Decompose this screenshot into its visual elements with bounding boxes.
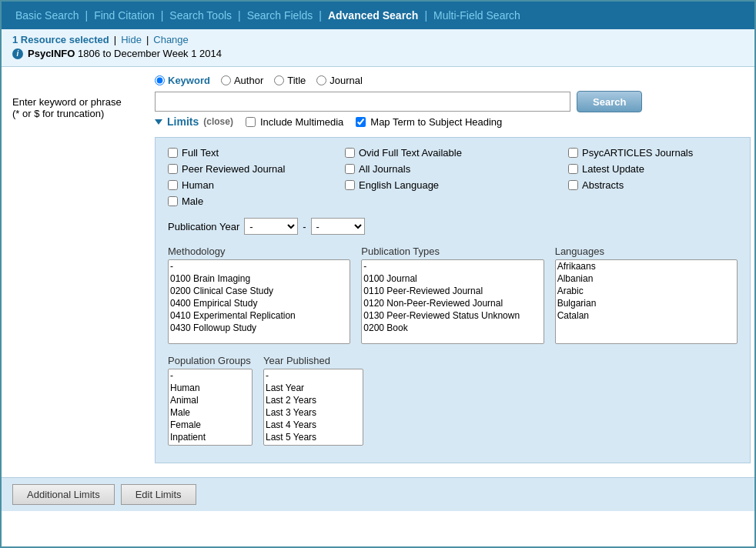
radio-author[interactable]: Author (221, 75, 263, 86)
psyc-date-text: 1806 to December Week 1 2014 (78, 48, 222, 59)
limits-title: Limits (close) (155, 115, 233, 128)
nav-basic-search[interactable]: Basic Search (9, 8, 85, 23)
info-icon: i (12, 48, 23, 59)
methodology-select[interactable]: - 0100 Brain Imaging 0200 Clinical Case … (168, 259, 350, 344)
year-published-section: Year Published - Last Year Last 2 Years … (263, 355, 363, 446)
search-row: Enter keyword or phrase (* or $ for trun… (12, 75, 744, 463)
publication-types-select[interactable]: - 0100 Journal 0110 Peer-Reviewed Journa… (361, 259, 544, 344)
include-multimedia-label[interactable]: Include Multimedia (260, 116, 343, 128)
map-term-checkbox[interactable] (356, 117, 366, 127)
checkbox-latest-update: Latest Update (568, 163, 738, 175)
nav-bar: Basic Search | Find Citation | Search To… (2, 2, 754, 29)
search-label-line1: Enter keyword or phrase (12, 96, 147, 108)
methodology-label: Methodology (168, 246, 350, 257)
map-term-label[interactable]: Map Term to Subject Heading (370, 116, 502, 128)
limits-header: Limits (close) Include Multimedia Map Te… (155, 112, 751, 131)
checkboxes-grid: Full Text Ovid Full Text Available PsycA… (168, 147, 738, 207)
languages-label: Languages (555, 246, 738, 257)
checkbox-all-journals: All Journals (345, 163, 560, 175)
radio-keyword[interactable]: Keyword (155, 75, 210, 86)
nav-advanced-search[interactable]: Advanced Search (322, 8, 425, 23)
pub-year-label: Publication Year (168, 221, 239, 232)
languages-section: Languages Afrikaans Albanian Arabic Bulg… (555, 246, 738, 344)
change-link[interactable]: Change (153, 34, 189, 45)
main-content: Enter keyword or phrase (* or $ for trun… (2, 67, 754, 477)
include-multimedia-group: Include Multimedia (246, 116, 343, 128)
nav-search-fields[interactable]: Search Fields (241, 8, 319, 23)
radio-journal[interactable]: Journal (316, 75, 363, 86)
triangle-down-icon (155, 119, 162, 125)
checkbox-psycarticles: PsycARTICLES Journals (568, 147, 738, 159)
search-input[interactable] (155, 92, 570, 112)
population-groups-select[interactable]: - Human Animal Male Female Inpatient (168, 369, 253, 446)
bottom-buttons: Additional Limits Edit Limits (2, 477, 754, 511)
nav-find-citation[interactable]: Find Citation (88, 8, 161, 23)
checkbox-full-text: Full Text (168, 147, 337, 159)
pub-year-from-select[interactable]: - (244, 218, 298, 235)
search-label: Enter keyword or phrase (* or $ for trun… (12, 75, 147, 119)
radio-title[interactable]: Title (274, 75, 306, 86)
checkbox-abstracts: Abstracts (568, 179, 738, 191)
year-published-label: Year Published (263, 355, 363, 366)
lists-row-1: Methodology - 0100 Brain Imaging 0200 Cl… (168, 246, 738, 344)
search-input-row: Search (155, 91, 751, 112)
checkbox-male: Male (168, 195, 337, 207)
methodology-section: Methodology - 0100 Brain Imaging 0200 Cl… (168, 246, 350, 344)
population-groups-label: Population Groups (168, 355, 253, 366)
resource-bar: 1 Resource selected | Hide | Change i Ps… (2, 29, 754, 67)
psyc-name: PsycINFO (28, 48, 75, 59)
languages-select[interactable]: Afrikaans Albanian Arabic Bulgarian Cata… (555, 259, 738, 344)
search-label-line2: (* or $ for truncation) (12, 108, 147, 119)
map-term-group: Map Term to Subject Heading (356, 116, 502, 128)
nav-search-tools[interactable]: Search Tools (163, 8, 238, 23)
pub-year-row: Publication Year - - - (168, 218, 738, 235)
resource-selected-link[interactable]: 1 Resource selected (12, 34, 109, 45)
pub-year-to-select[interactable]: - (311, 218, 365, 235)
nav-multifield-search[interactable]: Multi-Field Search (427, 8, 527, 23)
checkbox-human: Human (168, 179, 337, 191)
year-published-select[interactable]: - Last Year Last 2 Years Last 3 Years La… (263, 369, 363, 446)
search-button[interactable]: Search (577, 91, 642, 112)
population-groups-section: Population Groups - Human Animal Male Fe… (168, 355, 253, 446)
checkbox-english-language: English Language (345, 179, 560, 191)
hide-link[interactable]: Hide (121, 34, 142, 45)
publication-types-section: Publication Types - 0100 Journal 0110 Pe… (361, 246, 544, 344)
limits-box: Full Text Ovid Full Text Available PsycA… (155, 137, 751, 463)
checkbox-ovid-full-text: Ovid Full Text Available (345, 147, 560, 159)
lists-row-2: Population Groups - Human Animal Male Fe… (168, 355, 738, 446)
checkbox-peer-reviewed: Peer Reviewed Journal (168, 163, 337, 175)
search-right: Keyword Author Title Journal Search (155, 75, 751, 463)
additional-limits-button[interactable]: Additional Limits (12, 484, 115, 505)
publication-types-label: Publication Types (361, 246, 544, 257)
radio-group: Keyword Author Title Journal (155, 75, 751, 86)
edit-limits-button[interactable]: Edit Limits (121, 484, 196, 505)
limits-close[interactable]: (close) (203, 116, 233, 127)
include-multimedia-checkbox[interactable] (246, 117, 256, 127)
